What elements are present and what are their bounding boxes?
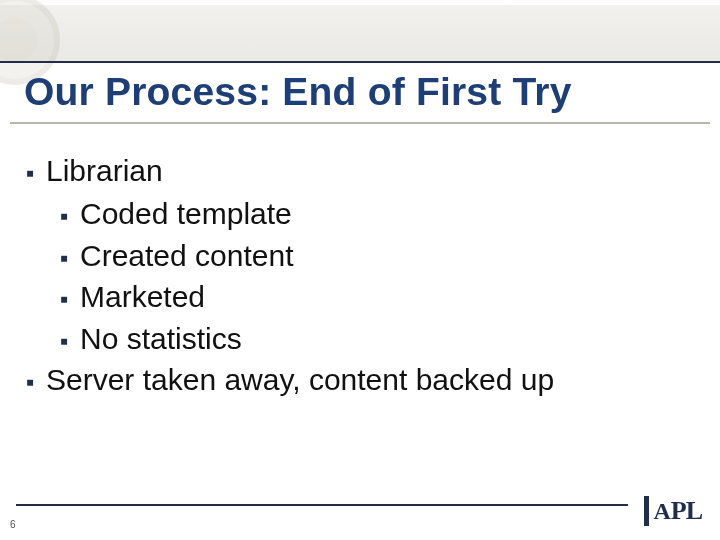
slide-content: Librarian Coded template Created content…	[30, 150, 690, 402]
slide: Our Process: End of First Try Librarian …	[0, 0, 720, 540]
slide-number: 6	[10, 519, 16, 530]
header-band	[0, 5, 720, 63]
bullet-text: Marketed	[80, 280, 205, 313]
bullet-text: Created content	[80, 239, 293, 272]
bullet-text: Librarian	[46, 154, 163, 187]
footer-divider	[16, 504, 628, 506]
logo-bar-icon	[644, 496, 649, 526]
logo-letters-pl: PL	[671, 498, 702, 524]
bullet-l2: Coded template	[64, 193, 690, 234]
bullet-l1: Librarian	[30, 150, 690, 191]
bullet-l2: No statistics	[64, 318, 690, 359]
bullet-l1: Server taken away, content backed up	[30, 359, 690, 400]
bullet-text: Server taken away, content backed up	[46, 363, 554, 396]
bullet-text: Coded template	[80, 197, 292, 230]
apl-logo: A PL	[644, 496, 702, 526]
bullet-l2: Marketed	[64, 276, 690, 317]
logo-letter-a: A	[653, 499, 670, 523]
bullet-l2: Created content	[64, 235, 690, 276]
title-underline	[10, 122, 710, 124]
slide-title: Our Process: End of First Try	[24, 70, 696, 115]
bullet-text: No statistics	[80, 322, 242, 355]
